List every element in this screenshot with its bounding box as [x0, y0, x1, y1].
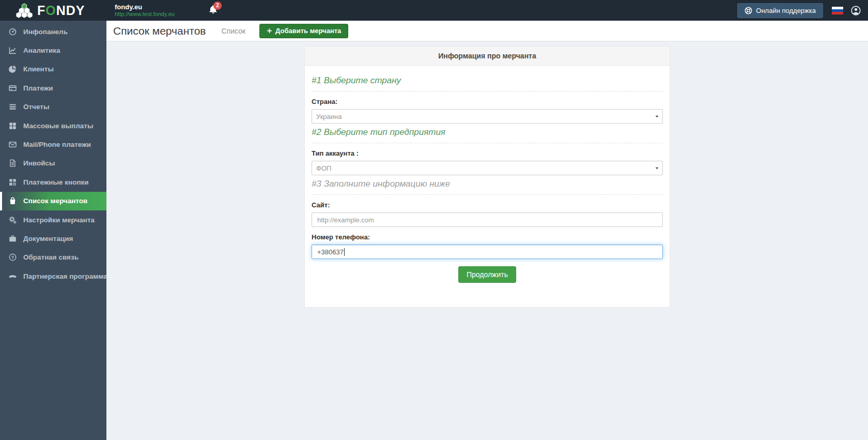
grid-icon — [9, 122, 17, 130]
sidebar-item-label: Обратная связь — [23, 253, 79, 261]
merchant-info-panel: Информация про мерчанта #1 Выберите стра… — [304, 46, 670, 308]
account-type-select[interactable]: ФОП — [312, 161, 663, 175]
online-support-label: Онлайн поддержка — [756, 7, 816, 14]
sidebar-item-3[interactable]: Клиенты — [0, 60, 106, 79]
country-select-control[interactable]: Украина — [312, 109, 663, 124]
top-header: FONDY fondy.eu http://www.test.fondy.eu … — [0, 0, 868, 21]
phone-input[interactable]: +380637 — [312, 245, 663, 259]
main-area: Список мерчантов Список Добавить мерчант… — [106, 21, 868, 440]
content-area: Информация про мерчанта #1 Выберите стра… — [106, 41, 868, 440]
reports-icon — [9, 103, 17, 111]
page-header-bar: Список мерчантов Список Добавить мерчант… — [106, 21, 868, 41]
step1-heading: #1 Выберите страну — [312, 72, 663, 92]
site-input[interactable] — [312, 213, 663, 227]
sidebar-item-13[interactable]: ?Обратная связь — [0, 248, 106, 267]
envelope-icon — [9, 141, 17, 148]
sidebar-item-label: Клиенты — [23, 65, 54, 73]
plus-icon — [267, 28, 272, 34]
sidebar-item-12[interactable]: Документация — [0, 229, 106, 248]
text-caret — [344, 248, 345, 256]
site-url: http://www.test.fondy.eu — [115, 11, 175, 18]
dashboard-icon — [9, 28, 17, 36]
country-select[interactable]: Украина — [312, 109, 663, 124]
account-type-label: Тип аккаунта : — [312, 149, 663, 157]
sidebar-item-label: Аналитика — [23, 47, 60, 54]
handshake-icon — [9, 272, 17, 280]
sidebar-item-label: Документация — [23, 235, 73, 242]
sidebar-item-label: Платежные кнопки — [23, 178, 89, 186]
add-merchant-label: Добавить мерчанта — [275, 27, 341, 35]
sidebar-item-label: Массовые выплаты — [23, 122, 93, 130]
sidebar: ИнфопанельАналитикаКлиентыПлатежиОтчетыМ… — [0, 21, 106, 440]
question-circle-icon: ? — [9, 253, 17, 261]
add-merchant-button[interactable]: Добавить мерчанта — [259, 24, 348, 38]
analytics-icon — [9, 47, 17, 54]
phone-value: +380637 — [317, 248, 344, 256]
brand-logo[interactable]: FONDY — [0, 3, 106, 19]
continue-button[interactable]: Продолжить — [458, 266, 516, 283]
sidebar-item-2[interactable]: Аналитика — [0, 41, 106, 59]
sidebar-item-7[interactable]: Mail/Phone платежи — [0, 135, 106, 154]
sidebar-item-label: Партнерская программа — [23, 272, 107, 280]
brand-name: FONDY — [37, 4, 85, 17]
svg-text:?: ? — [11, 255, 14, 260]
sidebar-item-6[interactable]: Массовые выплаты — [0, 116, 106, 135]
sidebar-item-4[interactable]: Платежи — [0, 79, 106, 97]
pie-chart-icon — [9, 65, 17, 73]
language-flag-russian-icon[interactable] — [832, 7, 843, 14]
online-support-button[interactable]: Онлайн поддержка — [737, 3, 823, 18]
invoice-icon — [9, 159, 17, 167]
user-account-button[interactable] — [851, 6, 861, 16]
sidebar-item-11[interactable]: Настройки мерчанта — [0, 210, 106, 229]
current-merchant-site[interactable]: fondy.eu http://www.test.fondy.eu — [115, 3, 175, 18]
sidebar-item-label: Инвойсы — [23, 159, 55, 167]
gears-icon — [9, 216, 17, 224]
fondy-logo-icon — [16, 3, 33, 19]
qr-code-icon — [9, 178, 17, 186]
sidebar-item-label: Настройки мерчанта — [23, 216, 95, 224]
notifications-button[interactable]: 2 — [209, 5, 218, 16]
sidebar-item-5[interactable]: Отчеты — [0, 98, 106, 116]
site-name: fondy.eu — [115, 3, 175, 11]
sidebar-item-label: Платежи — [23, 84, 53, 92]
sidebar-item-label: Инфопанель — [23, 28, 68, 36]
page-title: Список мерчантов — [113, 25, 206, 37]
sidebar-item-label: Список мерчантов — [23, 197, 87, 205]
account-type-select-control[interactable]: ФОП — [312, 161, 663, 175]
sidebar-item-label: Отчеты — [23, 103, 49, 111]
phone-label: Номер телефона: — [312, 233, 663, 241]
sidebar-item-label: Mail/Phone платежи — [23, 141, 91, 148]
step2-heading: #2 Выберите тип предприятия — [312, 124, 663, 143]
step3-heading: #3 Заполните информацию ниже — [312, 175, 663, 195]
panel-title: Информация про мерчанта — [305, 47, 670, 66]
shopping-bag-icon — [9, 197, 17, 205]
credit-card-icon — [9, 84, 17, 92]
sidebar-item-14[interactable]: Партнерская программа — [0, 267, 106, 285]
sidebar-item-8[interactable]: Инвойсы — [0, 154, 106, 173]
sidebar-item-9[interactable]: Платежные кнопки — [0, 173, 106, 191]
lifebuoy-icon — [745, 7, 752, 14]
briefcase-icon — [9, 235, 17, 242]
user-circle-icon — [851, 6, 861, 16]
country-label: Страна: — [312, 98, 663, 105]
notification-badge: 2 — [213, 2, 222, 10]
site-label: Сайт: — [312, 201, 663, 209]
sidebar-item-10[interactable]: Список мерчантов — [0, 192, 106, 210]
tab-list[interactable]: Список — [221, 27, 245, 35]
sidebar-item-1[interactable]: Инфопанель — [0, 22, 106, 41]
